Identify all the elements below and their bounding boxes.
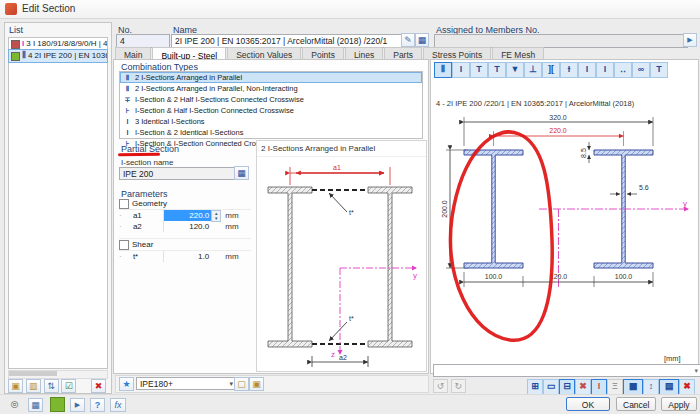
section-list[interactable]: Ι 3 I 180/91/8/8/9/0/H | 4 - S355N | EN … bbox=[8, 37, 108, 369]
select-icon[interactable]: ▶ bbox=[70, 398, 85, 412]
profile-quick-bar: ★ IPE180+ ▾ ▢ ▣ bbox=[115, 375, 429, 393]
undo-icon[interactable]: ↺ bbox=[433, 379, 448, 393]
param-name: t* bbox=[133, 251, 163, 262]
apply-button[interactable]: Apply bbox=[661, 397, 697, 411]
section-drawing: 320.0 220.0 200.0 8.5 5.6 y 100.0 120.0 … bbox=[434, 112, 694, 356]
section-type-i-cross[interactable]: Ɨ bbox=[560, 62, 578, 78]
geometry-label: Geometry bbox=[132, 198, 167, 209]
combination-item-label: 3 Identical I-Sections bbox=[135, 117, 205, 126]
section-type-two-dots[interactable]: ‥ bbox=[614, 62, 632, 78]
combination-item-label: I-Section & Half I-Section Connected Cro… bbox=[135, 106, 294, 115]
isection-library-button[interactable]: ▦ bbox=[234, 166, 249, 180]
section-library-button[interactable]: ▦ bbox=[415, 33, 429, 47]
combination-item[interactable]: ⊦I-Section & Half I-Section Connected Cr… bbox=[120, 105, 422, 116]
comment-combobox[interactable]: ▾ bbox=[433, 364, 700, 377]
show-axes-button[interactable]: ⊟ bbox=[559, 379, 575, 395]
unit-label: [mm] bbox=[664, 354, 681, 363]
dim-flange: 8.5 bbox=[580, 148, 587, 158]
section-type-tee-wide[interactable]: T bbox=[488, 62, 506, 78]
param-name: a2 bbox=[133, 221, 163, 232]
section-type-tee[interactable]: Τ bbox=[470, 62, 488, 78]
show-section-button[interactable]: Ι bbox=[591, 379, 607, 395]
t-star-top-label: t* bbox=[349, 209, 354, 216]
new-section-button[interactable]: ▣ bbox=[8, 379, 23, 393]
grid-options-button[interactable]: ▦ bbox=[623, 379, 643, 395]
schematic-title: 2 I-Sections Arranged in Parallel bbox=[257, 141, 426, 157]
edit-name-button[interactable]: ✎ bbox=[401, 33, 415, 47]
chevron-down-icon: ▾ bbox=[229, 378, 233, 390]
view-dimensions-button[interactable]: ⊞ bbox=[527, 379, 543, 395]
a2-value-input[interactable]: 120.0 bbox=[163, 221, 222, 232]
section-type-tee-last[interactable]: Τ bbox=[650, 62, 668, 78]
color-swatch-button[interactable] bbox=[50, 397, 65, 412]
shear-group-row[interactable]: Shear bbox=[119, 238, 251, 251]
schematic-preview-panel: 2 I-Sections Arranged in Parallel a1 bbox=[256, 140, 427, 372]
param-row-a2[interactable]: ·a2 120.0 mm bbox=[119, 221, 251, 232]
window-title: Edit Section bbox=[22, 3, 75, 14]
fit-view-button[interactable]: ▭ bbox=[543, 379, 559, 395]
comment-icon[interactable]: ◎ bbox=[8, 398, 21, 410]
param-name: a1 bbox=[133, 210, 163, 221]
new-favorite-button[interactable]: ▣ bbox=[249, 377, 264, 391]
combination-item[interactable]: ΙI-Section & 2 Identical I-Sections bbox=[120, 127, 422, 138]
list-item-label: 3 I 180/91/8/8/9/0/H | 4 - S355N | EN bbox=[26, 38, 107, 50]
combination-item[interactable]: Ι3 Identical I-Sections bbox=[120, 116, 422, 127]
geometry-checkbox[interactable] bbox=[119, 199, 129, 209]
axis-y-label: y bbox=[683, 199, 687, 208]
measure-button[interactable]: ↕ bbox=[643, 379, 659, 395]
combination-types-list[interactable]: Ⅱ2 I-Sections Arranged in Parallel Ⅱ2 I-… bbox=[119, 71, 423, 139]
scroll-thumb[interactable] bbox=[9, 371, 57, 376]
check-button[interactable]: ☑ bbox=[61, 379, 76, 393]
section-type-i-narrow[interactable]: I bbox=[578, 62, 596, 78]
copy-section-button[interactable]: ▥ bbox=[26, 379, 41, 393]
t-value-input[interactable]: 1.0 bbox=[163, 251, 222, 262]
favorites-button[interactable]: ▢ bbox=[234, 377, 249, 391]
param-row-a1[interactable]: ·a1 220.0 ▴▾ mm bbox=[119, 210, 251, 221]
cancel-button[interactable]: Cancel bbox=[616, 397, 656, 411]
redo-icon[interactable]: ↻ bbox=[451, 379, 466, 393]
combo-icon: Ⅱ bbox=[123, 73, 132, 82]
ok-button[interactable]: OK bbox=[566, 397, 610, 411]
section-type-i-thin[interactable]: Ι bbox=[596, 62, 614, 78]
show-outline-button[interactable]: Ξ bbox=[607, 379, 623, 395]
section-glyph-icon: Ι bbox=[22, 38, 24, 50]
combination-item[interactable]: ∓I-Section & 2 Half I-Sections Connected… bbox=[120, 94, 422, 105]
combo-icon: ⊦ bbox=[123, 106, 132, 115]
show-points-button[interactable]: ✖ bbox=[575, 379, 591, 395]
param-row-t[interactable]: ·t* 1.0 mm bbox=[119, 251, 251, 262]
pointer-button[interactable]: ✖ bbox=[679, 379, 695, 395]
section-type-two-rings[interactable]: ∞ bbox=[632, 62, 650, 78]
section-type-channels[interactable]: ][ bbox=[542, 62, 560, 78]
profile-combobox[interactable]: IPE180+ ▾ bbox=[136, 377, 236, 390]
print-button[interactable]: ▤ bbox=[659, 379, 679, 395]
units-icon[interactable]: ▦ bbox=[28, 398, 43, 412]
combination-item-label: I-Section & 2 Half I-Sections Connected … bbox=[135, 95, 304, 104]
tab-strip: MainBuilt-up - SteelSection ValuesPoints… bbox=[115, 46, 697, 59]
section-type-two-i-parallel[interactable]: Ⅱ bbox=[434, 62, 452, 78]
pick-members-button[interactable]: ▶ bbox=[683, 33, 697, 47]
geometry-group-row[interactable]: Geometry bbox=[119, 198, 251, 210]
section-type-single-i[interactable]: Ι bbox=[452, 62, 470, 78]
section-type-tee-down[interactable]: ▼ bbox=[506, 62, 524, 78]
combination-item[interactable]: Ⅱ2 I-Sections Arranged in Parallel, Non-… bbox=[120, 83, 422, 94]
list-item[interactable]: Ι 3 I 180/91/8/8/9/0/H | 4 - S355N | EN bbox=[9, 38, 107, 50]
a1-spinner[interactable]: ▴▾ bbox=[211, 210, 221, 222]
list-item-selected[interactable]: Ⅱ 4 2I IPE 200 | EN 10365:2017 | Arcelor bbox=[9, 50, 107, 62]
isection-name-field[interactable]: IPE 200 bbox=[119, 167, 237, 180]
help-icon[interactable]: ? bbox=[90, 398, 105, 412]
title-bar: Edit Section bbox=[0, 0, 700, 19]
app-icon bbox=[5, 3, 17, 15]
isection-name-label: I-section name bbox=[121, 158, 173, 167]
delete-section-button[interactable]: ✖ bbox=[91, 379, 106, 393]
a1-value-input[interactable]: 220.0 bbox=[163, 210, 212, 221]
renumber-button[interactable]: ⇅ bbox=[44, 379, 59, 393]
wand-icon[interactable]: ★ bbox=[119, 377, 134, 391]
axis-z-label: z bbox=[331, 350, 335, 359]
formula-icon[interactable]: fx bbox=[110, 398, 126, 412]
list-hscrollbar[interactable] bbox=[8, 370, 108, 379]
section-type-tee-inverted[interactable]: ⊥ bbox=[524, 62, 542, 78]
axis-y-label: y bbox=[413, 271, 417, 280]
shear-checkbox[interactable] bbox=[119, 240, 129, 250]
annotation-circle bbox=[451, 132, 553, 341]
combination-item[interactable]: Ⅱ2 I-Sections Arranged in Parallel bbox=[120, 72, 422, 83]
